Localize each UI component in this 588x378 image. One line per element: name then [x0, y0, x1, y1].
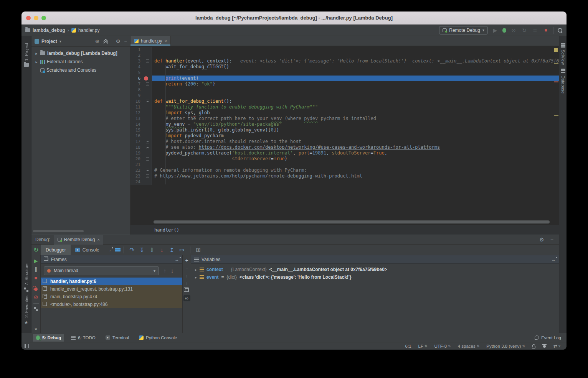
- run-button[interactable]: ▶: [492, 28, 499, 33]
- debug-session-tab[interactable]: Remote Debug ×: [54, 235, 103, 245]
- code-text[interactable]: [152, 93, 559, 99]
- code-text[interactable]: [152, 179, 559, 185]
- editor-gutter[interactable]: 23: [130, 173, 152, 179]
- variable-row[interactable]: ▸event={dict}<class 'dict'>: {'message':…: [191, 273, 559, 281]
- move-down-icon[interactable]: ↓: [186, 281, 188, 285]
- code-editor[interactable]: 123def handler(event, context): event: <…: [130, 46, 559, 225]
- context-breadcrumb[interactable]: handler(): [154, 227, 179, 233]
- editor-gutter[interactable]: 17: [130, 139, 152, 145]
- line-number[interactable]: 20: [130, 156, 140, 162]
- editor-gutter[interactable]: 19: [130, 150, 152, 156]
- thread-selector[interactable]: MainThread ▾: [44, 266, 159, 275]
- editor-gutter[interactable]: 12: [130, 110, 152, 116]
- indent-select[interactable]: 4 spaces⇅: [458, 344, 480, 348]
- code-text[interactable]: stderrToServer=True): [152, 156, 559, 162]
- collapse-all-icon[interactable]: [103, 39, 108, 43]
- tab-console[interactable]: ▸ Console: [71, 245, 104, 255]
- search-icon[interactable]: [557, 28, 563, 33]
- gutter-icons[interactable]: [140, 168, 151, 173]
- editor-gutter[interactable]: 24: [130, 179, 152, 185]
- line-number[interactable]: 13: [130, 116, 140, 122]
- resume-button[interactable]: ▶: [34, 258, 38, 263]
- gutter-icons[interactable]: [140, 47, 151, 53]
- code-text[interactable]: # General information on remote debuggin…: [152, 168, 559, 173]
- fold-marker-icon[interactable]: [146, 82, 149, 86]
- breadcrumb-project[interactable]: lambda_debug: [33, 28, 65, 33]
- stack-frame-row[interactable]: handler, handler.py:6: [41, 278, 182, 285]
- zoom-window-button[interactable]: [41, 16, 46, 20]
- code-text[interactable]: def wait_for_debug_client():: [152, 99, 559, 104]
- line-number[interactable]: 21: [130, 162, 140, 168]
- line-number[interactable]: 18: [130, 145, 140, 150]
- code-text[interactable]: return {200: "ok"}: [152, 81, 559, 87]
- stripe-mark[interactable]: [554, 115, 558, 116]
- code-text[interactable]: import sys, glob: [152, 110, 559, 116]
- tool-stripe-button----project[interactable]: 1: Project: [24, 43, 29, 67]
- gutter-icons[interactable]: [140, 133, 151, 139]
- line-number[interactable]: 10: [130, 99, 140, 104]
- line-number[interactable]: 1: [130, 47, 140, 53]
- stop-button[interactable]: ■: [542, 28, 549, 33]
- gutter-icons[interactable]: [140, 81, 151, 87]
- coverage-button[interactable]: ⊙: [510, 28, 517, 33]
- code-text[interactable]: my_venv = "venv/lib/python*/site-package…: [152, 122, 559, 127]
- line-number[interactable]: 19: [130, 150, 140, 156]
- mute-breakpoints-icon[interactable]: ⊘: [34, 294, 38, 300]
- line-number[interactable]: 2: [130, 53, 140, 58]
- next-frame-icon[interactable]: ↓: [171, 268, 173, 274]
- minimize-window-button[interactable]: [34, 16, 38, 20]
- more-options-icon[interactable]: »: [35, 326, 37, 331]
- line-number[interactable]: 11: [130, 104, 140, 110]
- close-tab-icon[interactable]: ×: [164, 39, 167, 43]
- hide-panel-icon[interactable]: −: [124, 38, 127, 44]
- locate-file-icon[interactable]: ⊕: [95, 38, 99, 44]
- gutter-icons[interactable]: [140, 173, 151, 179]
- fold-marker-icon[interactable]: [146, 169, 149, 172]
- remove-watch-icon[interactable]: −: [185, 266, 188, 271]
- step-out-button[interactable]: ↥: [167, 247, 177, 253]
- toolwindow-toggle-icon[interactable]: [25, 344, 29, 348]
- stop-button[interactable]: ■: [35, 275, 38, 280]
- editor-gutter[interactable]: 8: [130, 87, 152, 93]
- lock-icon[interactable]: [532, 346, 535, 348]
- step-into-my-code-button[interactable]: ⇩: [147, 247, 157, 253]
- fold-marker-icon[interactable]: [146, 140, 149, 143]
- run-with-params-button[interactable]: ≣: [532, 28, 538, 33]
- code-link[interactable]: https://docs.docker.com/desktop/networki…: [199, 145, 440, 150]
- view-breakpoints-grid-icon[interactable]: ⊞: [193, 247, 203, 253]
- warning-stripe-square[interactable]: [554, 48, 558, 52]
- project-hscrollbar[interactable]: [33, 230, 84, 232]
- editor-gutter[interactable]: 21: [130, 162, 152, 168]
- line-number[interactable]: 3: [130, 58, 140, 64]
- fold-marker-icon[interactable]: [146, 146, 149, 149]
- line-number[interactable]: 22: [130, 168, 140, 173]
- rerun-button[interactable]: ↻: [31, 245, 41, 255]
- line-number[interactable]: 16: [130, 133, 140, 139]
- pause-button[interactable]: ∥: [35, 267, 37, 272]
- editor-gutter[interactable]: 14: [130, 122, 152, 127]
- toolwindow-button----todo[interactable]: 6: TODO: [68, 334, 99, 342]
- line-number[interactable]: 24: [130, 179, 140, 185]
- hide-debug-window-icon[interactable]: −: [550, 237, 553, 243]
- editor-gutter[interactable]: 18: [130, 145, 152, 150]
- stripe-mark[interactable]: [554, 81, 558, 82]
- toolwindow-button----debug[interactable]: 5: Debug: [33, 334, 64, 342]
- gutter-icons[interactable]: [140, 116, 151, 122]
- view-breakpoints-icon[interactable]: [34, 288, 38, 291]
- editor-gutter[interactable]: 9: [130, 93, 152, 99]
- gutter-icons[interactable]: [140, 156, 151, 162]
- pin-tab-icon[interactable]: →: [107, 247, 112, 253]
- editor-gutter[interactable]: 10: [130, 99, 152, 104]
- line-number[interactable]: 9: [130, 93, 140, 99]
- editor-gutter[interactable]: 1: [130, 47, 152, 53]
- gutter-icons[interactable]: [140, 64, 151, 70]
- gutter-icons[interactable]: [140, 87, 151, 93]
- event-log-button[interactable]: Event Log: [535, 335, 561, 340]
- duplicate-watch-icon[interactable]: [185, 288, 189, 292]
- code-text[interactable]: [152, 162, 559, 168]
- fold-marker-icon[interactable]: [146, 100, 149, 103]
- stack-frame-row[interactable]: main, bootstrap.py:474: [41, 293, 182, 301]
- stripe-mark[interactable]: [554, 63, 558, 64]
- line-number[interactable]: 12: [130, 110, 140, 116]
- add-watch-icon[interactable]: +: [185, 258, 188, 263]
